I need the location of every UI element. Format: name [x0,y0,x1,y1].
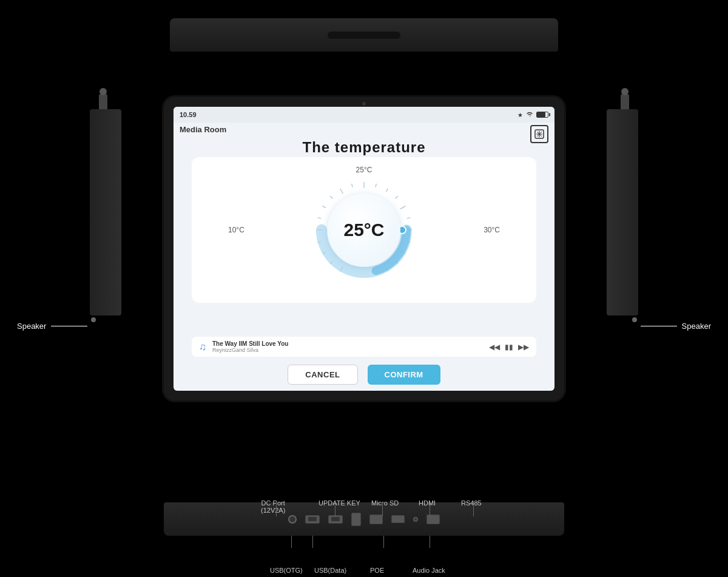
cancel-button[interactable]: CANCEL [288,365,357,385]
poe-port [369,515,383,524]
tablet-frame: 10.59 ★ Media Room [164,97,564,400]
bluetooth-icon: ★ [517,112,523,118]
poe-line [383,536,384,548]
svg-line-11 [323,206,326,208]
dc-line [276,502,277,516]
pause-button[interactable]: ▮▮ [505,343,513,351]
poe-bottom-label: POE [370,567,384,574]
usb-otg-bottom-label: USB(OTG) [270,567,303,574]
speaker-line-left [51,326,87,326]
dial-center: 25°C [328,194,400,266]
audio-line [430,536,430,548]
dc-port-label: DC Port(12V2A) [261,499,285,514]
svg-line-12 [330,196,332,198]
left-speaker-dot [91,317,96,322]
usb-data-port [328,515,343,524]
usb-data-line [312,536,313,548]
music-controls[interactable]: ◀◀ ▮▮ ▶▶ [489,343,529,351]
music-artist: ReynizzGand Silva [212,347,483,353]
battery-icon [536,112,548,118]
next-button[interactable]: ▶▶ [518,343,529,351]
temp-left: 10°C [228,226,244,234]
temp-top: 25°C [356,166,372,174]
rs485-label: RS485 [461,499,482,507]
hdmi-line [430,502,430,516]
top-slot [328,32,400,39]
dc-port [288,515,297,524]
left-side-panel [90,109,121,315]
prev-button[interactable]: ◀◀ [489,343,500,351]
tablet-screen: 10.59 ★ Media Room [174,107,554,391]
status-bar: 10.59 ★ [174,107,554,123]
audio-jack-bottom-label: Audio Jack [413,567,445,574]
update-key-label: UPDATE KEY [318,499,360,507]
micro-sd-label: Micro SD [371,499,399,507]
svg-line-13 [340,189,343,194]
speaker-line-right [641,326,677,326]
usb-otg-line [291,536,292,548]
main-title: The temperature [174,135,554,157]
music-info: The Way IIM Still Love You ReynizzGand S… [212,340,483,353]
room-label: Media Room [174,123,554,135]
right-side-panel [607,109,638,315]
svg-line-20 [407,218,411,219]
temperature-display: 25°C [343,220,384,240]
left-speaker-label: Speaker [17,322,87,331]
usb-data-bottom-label: USB(Data) [314,567,346,574]
svg-line-14 [352,184,353,187]
bottom-port-labels: USB(OTG) USB(Data) POE Audio Jack [158,536,570,577]
hdmi-label: HDMI [419,499,436,507]
thermostat-dial[interactable]: 25°C [312,178,416,282]
right-speaker-label: Speaker [641,322,711,331]
usb-otg-port [305,515,320,524]
music-title: The Way IIM Still Love You [212,340,483,347]
music-note-icon: ♫ [199,342,206,353]
wifi-icon [525,111,534,118]
rs485-line [473,502,474,516]
bottom-panel [164,502,564,536]
confirm-button[interactable]: CONFIRM [368,365,440,385]
micro-sd-port [351,513,361,526]
sd-line [382,502,383,516]
thermostat-container: 25°C 10°C 30°C [192,157,536,303]
buttons-row: CANCEL CONFIRM [174,365,554,385]
status-time: 10.59 [180,111,197,118]
hvac-icon [530,125,548,143]
svg-line-10 [318,218,322,219]
tablet-back-top [170,18,558,52]
status-icons: ★ [517,111,548,118]
hdmi-port [391,515,405,523]
right-speaker-dot [632,317,637,322]
music-player: ♫ The Way IIM Still Love You ReynizzGand… [192,337,536,357]
temp-right: 30°C [484,226,500,234]
update-line [335,502,335,516]
svg-line-17 [386,189,388,192]
svg-line-19 [400,206,406,209]
audio-jack-port [413,517,418,522]
rs485-port [426,515,440,524]
svg-line-18 [396,196,398,198]
svg-line-16 [376,184,377,187]
